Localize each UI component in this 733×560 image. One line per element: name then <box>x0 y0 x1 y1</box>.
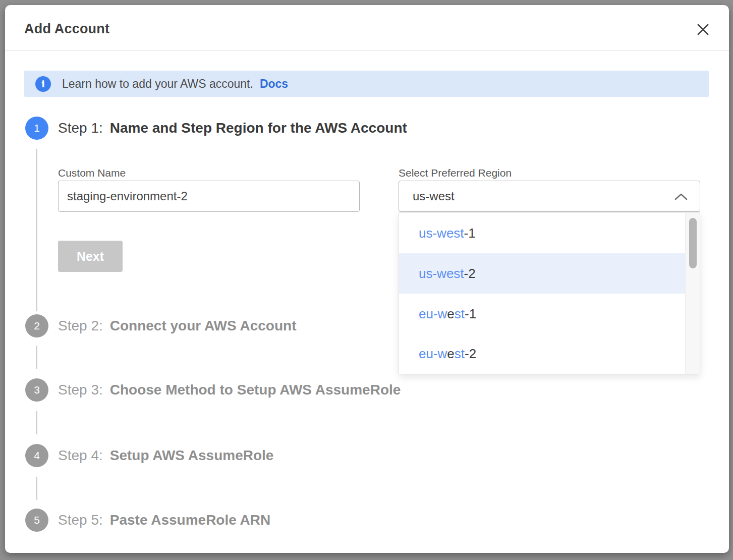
add-account-modal: Add Account i Learn how to add your AWS … <box>5 5 729 553</box>
custom-name-input[interactable] <box>58 181 360 212</box>
step-5-prefix: Step 5: <box>58 512 103 528</box>
option-match-text: eu-w <box>419 306 447 321</box>
step-4-prefix: Step 4: <box>58 447 103 463</box>
step-1-indicator: 1 <box>25 117 48 140</box>
region-collapse-control[interactable] <box>674 192 688 201</box>
region-dropdown-list: us-west-1 us-west-2 eu-west-1 eu-west-2 <box>399 212 700 374</box>
docs-link[interactable]: Docs <box>260 77 288 91</box>
option-rest-text: -1 <box>464 226 476 241</box>
option-match-text: st <box>455 346 465 361</box>
region-option-eu-west-2[interactable]: eu-west-2 <box>399 333 686 374</box>
chevron-up-icon <box>674 193 688 201</box>
step-4-indicator: 4 <box>25 444 48 467</box>
step-4-title: Step 4:Setup AWS AssumeRole <box>58 447 273 464</box>
option-match-text: eu-w <box>419 346 447 361</box>
step-2-title: Step 2:Connect your AWS Account <box>58 317 296 334</box>
step-connector <box>36 346 37 369</box>
step-3-title: Step 3:Choose Method to Setup AWS Assume… <box>58 381 401 399</box>
step-1-title: Step 1:Name and Step Region for the AWS … <box>58 120 407 137</box>
region-label: Select Preferred Region <box>399 167 512 179</box>
region-input[interactable] <box>399 181 671 211</box>
step-3-prefix: Step 3: <box>58 382 103 398</box>
page-title: Add Account <box>24 21 109 37</box>
close-icon <box>697 23 709 36</box>
step-connector <box>36 411 37 434</box>
step-2-heading: Connect your AWS Account <box>110 318 297 333</box>
option-rest-text: -1 <box>465 306 476 321</box>
option-rest-text: -2 <box>464 266 476 281</box>
option-rest-text: e <box>447 346 454 361</box>
step-4-heading: Setup AWS AssumeRole <box>110 447 274 463</box>
step-2-prefix: Step 2: <box>58 318 103 333</box>
banner-text: Learn how to add your AWS account. <box>62 77 253 91</box>
custom-name-label: Custom Name <box>58 167 126 179</box>
info-icon: i <box>35 76 51 92</box>
option-rest-text: -2 <box>465 346 476 361</box>
step-connector <box>36 477 37 500</box>
option-rest-text: e <box>447 306 454 321</box>
dropdown-scrollbar-track[interactable] <box>685 213 700 374</box>
region-option-eu-west-1[interactable]: eu-west-1 <box>399 294 686 334</box>
region-combobox[interactable] <box>399 181 700 212</box>
step-5-heading: Paste AssumeRole ARN <box>110 512 270 528</box>
option-match-text: us-west <box>419 226 464 241</box>
step-1-prefix: Step 1: <box>58 120 103 136</box>
header-divider <box>5 50 729 51</box>
close-button[interactable] <box>693 19 713 39</box>
option-match-text: us-west <box>419 266 464 281</box>
region-option-us-west-2[interactable]: us-west-2 <box>399 253 686 294</box>
region-option-us-west-1[interactable]: us-west-1 <box>399 213 686 253</box>
step-2-indicator: 2 <box>25 314 48 338</box>
step-3-indicator: 3 <box>25 378 48 402</box>
next-button[interactable]: Next <box>58 241 123 272</box>
step-5-indicator: 5 <box>25 509 48 532</box>
step-1-heading: Name and Step Region for the AWS Account <box>110 120 407 136</box>
step-5-title: Step 5:Paste AssumeRole ARN <box>58 512 270 529</box>
info-banner: i Learn how to add your AWS account. Doc… <box>24 71 709 97</box>
step-3-heading: Choose Method to Setup AWS AssumeRole <box>110 382 401 398</box>
step-connector <box>36 149 37 311</box>
dropdown-scrollbar-thumb[interactable] <box>689 218 697 268</box>
option-match-text: st <box>455 306 465 321</box>
